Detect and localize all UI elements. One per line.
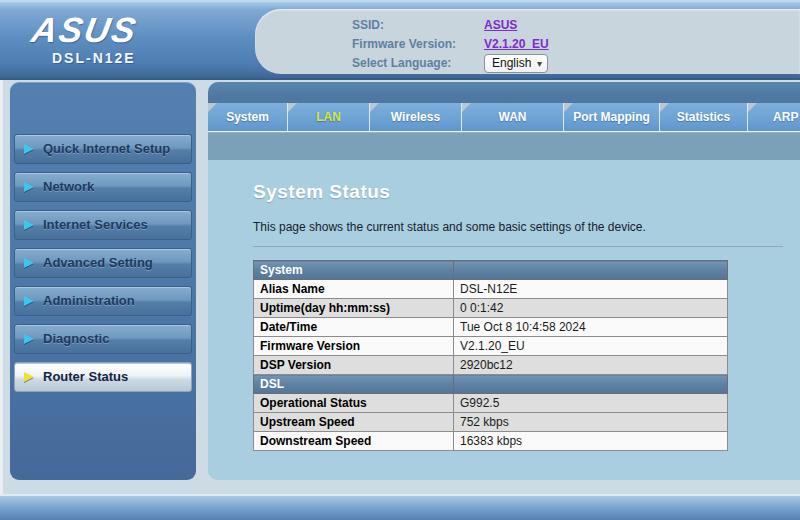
sidebar-item-internet-services[interactable]: Internet Services [14,210,192,240]
row-label: Date/Time [254,318,454,337]
table-row: Alias Name DSL-N12E [254,280,728,299]
tab-system[interactable]: System [208,103,288,132]
divider [253,246,783,247]
section-header-dsl: DSL [254,375,454,394]
table-row: Upstream Speed 752 kbps [254,413,728,432]
section-header-spacer [454,375,728,394]
row-label: Downstream Speed [254,432,454,451]
language-select-value: English [492,56,531,70]
firmware-label: Firmware Version: [352,37,477,51]
header-banner: ASUS DSL-N12E SSID: ASUS Firmware Versio… [0,0,800,80]
row-value: Tue Oct 8 10:4:58 2024 [454,318,728,337]
ssid-link[interactable]: ASUS [484,18,517,32]
row-label: Upstream Speed [254,413,454,432]
table-row: Firmware Version V2.1.20_EU [254,337,728,356]
row-label: Alias Name [254,280,454,299]
sidebar-item-administration[interactable]: Administration [14,286,192,316]
sidebar-item-advanced-setting[interactable]: Advanced Setting [14,248,192,278]
language-select[interactable]: English ▾ [484,54,548,73]
row-value: 16383 kbps [454,432,728,451]
arrow-right-icon [24,334,34,344]
chevron-down-icon: ▾ [537,55,542,72]
sidebar-item-diagnostic[interactable]: Diagnostic [14,324,192,354]
row-value: V2.1.20_EU [454,337,728,356]
tab-arp-table[interactable]: ARP Table [748,103,800,132]
row-value: G992.5 [454,394,728,413]
table-section-header: DSL [254,375,728,394]
content-area: System Status This page shows the curren… [208,160,800,480]
row-value: 752 kbps [454,413,728,432]
tab-statistics[interactable]: Statistics [660,103,748,132]
table-row: Operational Status G992.5 [254,394,728,413]
sidebar-item-label: Router Status [15,363,191,391]
sidebar-item-label: Quick Internet Setup [15,135,191,163]
header-info-panel: SSID: ASUS Firmware Version: V2.1.20_EU … [255,9,800,74]
table-row: DSP Version 2920bc12 [254,356,728,375]
footer-bar [0,494,800,520]
page-title: System Status [253,181,800,203]
row-value: 0 0:1:42 [454,299,728,318]
tab-lan[interactable]: LAN [288,103,370,132]
sidebar-item-quick-internet-setup[interactable]: Quick Internet Setup [14,134,192,164]
row-label: Operational Status [254,394,454,413]
sidebar-item-label: Administration [15,287,191,315]
row-value: DSL-N12E [454,280,728,299]
arrow-right-icon [24,296,34,306]
ssid-label: SSID: [352,18,477,32]
table-row: Uptime(day hh:mm:ss) 0 0:1:42 [254,299,728,318]
row-label: DSP Version [254,356,454,375]
language-label: Select Language: [352,56,477,70]
status-table: System Alias Name DSL-N12E Uptime(day hh… [253,260,728,451]
row-label: Firmware Version [254,337,454,356]
sidebar-item-label: Network [15,173,191,201]
main-panel: System LAN Wireless WAN Port Mapping Sta… [208,82,800,480]
arrow-right-icon [24,144,34,154]
asus-logo: ASUS [28,10,140,50]
table-row: Date/Time Tue Oct 8 10:4:58 2024 [254,318,728,337]
tab-port-mapping[interactable]: Port Mapping [564,103,660,132]
page-description: This page shows the current status and s… [253,220,800,234]
sidebar-item-label: Advanced Setting [15,249,191,277]
sidebar-item-label: Internet Services [15,211,191,239]
table-section-header: System [254,261,728,280]
arrow-right-icon [24,182,34,192]
tab-bar: System LAN Wireless WAN Port Mapping Sta… [208,103,800,132]
arrow-right-icon [24,258,34,268]
section-header-spacer [454,261,728,280]
model-name: DSL-N12E [52,50,136,66]
sub-band [208,132,800,160]
arrow-right-icon [24,220,34,230]
tab-wan[interactable]: WAN [462,103,564,132]
table-row: Downstream Speed 16383 kbps [254,432,728,451]
sidebar-item-label: Diagnostic [15,325,191,353]
tab-bar-band: System LAN Wireless WAN Port Mapping Sta… [208,82,800,132]
row-value: 2920bc12 [454,356,728,375]
section-header-system: System [254,261,454,280]
arrow-right-icon [24,372,34,382]
sidebar-item-network[interactable]: Network [14,172,192,202]
tab-wireless[interactable]: Wireless [370,103,462,132]
firmware-link[interactable]: V2.1.20_EU [484,37,549,51]
sidebar-item-router-status[interactable]: Router Status [14,362,192,392]
row-label: Uptime(day hh:mm:ss) [254,299,454,318]
sidebar-nav: Quick Internet Setup Network Internet Se… [10,82,196,480]
